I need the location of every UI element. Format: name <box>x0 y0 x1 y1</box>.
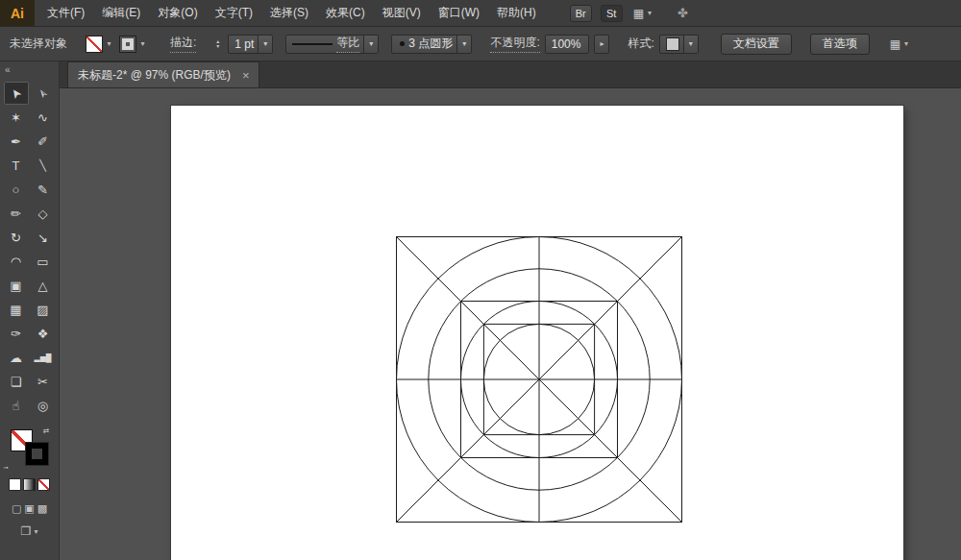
chevron-down-icon[interactable]: ▾ <box>456 36 471 53</box>
chevron-down-icon[interactable]: ▾ <box>104 39 114 48</box>
menu-window[interactable]: 窗口(W) <box>430 0 488 26</box>
fill-color-control[interactable]: ▾ <box>86 36 114 53</box>
stepper-down-icon[interactable]: ▾ <box>212 44 223 49</box>
control-panel-menu[interactable]: ▦ ▾ <box>888 37 910 51</box>
width-profile-combo[interactable]: 等比 ▾ <box>285 35 379 54</box>
chevron-down-icon: ▾ <box>34 527 37 536</box>
document-setup-button[interactable]: 文档设置 <box>721 34 792 55</box>
menu-help[interactable]: 帮助(H) <box>488 0 545 26</box>
artwork[interactable] <box>395 235 683 523</box>
canvas-pasteboard[interactable] <box>60 88 961 560</box>
main-area: « ➤➣✶∿✒✐T╲○✎✏◇↻↘◠▭▣△▦▨✑❖☁▂▅█❏✂☝◎ ⇄ ▫▪ ▢ … <box>0 61 961 560</box>
width-tool[interactable]: ◠ <box>4 250 29 273</box>
width-profile-label[interactable]: 等比 <box>336 35 359 53</box>
mesh-tool-icon: ▦ <box>10 303 21 317</box>
close-icon[interactable]: × <box>242 69 250 82</box>
hand-tool[interactable]: ☝ <box>4 394 29 417</box>
lasso-tool[interactable]: ∿ <box>31 106 56 129</box>
arrange-documents-button[interactable]: ▦ ▾ <box>631 7 653 20</box>
control-bar: 未选择对象 ▾ ▾ 描边: ▴ ▾ 1 pt ▾ 等比 ▾ 3 点圆形 ▾ 不 <box>0 27 961 61</box>
slice-tool[interactable]: ✂ <box>31 370 56 393</box>
type-tool-icon: T <box>12 158 20 173</box>
fill-stroke-indicator[interactable]: ⇄ ▫▪ <box>10 428 50 467</box>
menu-view[interactable]: 视图(V) <box>374 0 430 26</box>
ellipse-tool-icon: ○ <box>12 183 20 197</box>
color-button[interactable] <box>9 478 21 491</box>
opacity-panel-arrow[interactable]: ▸ <box>594 35 609 54</box>
blob-brush-tool[interactable]: ✏ <box>4 202 29 225</box>
menu-object[interactable]: 对象(O) <box>149 0 206 26</box>
document-tab-title: 未标题-2* @ 97% (RGB/预览) <box>78 67 231 84</box>
fill-none-swatch[interactable] <box>86 36 103 53</box>
menu-type[interactable]: 文字(T) <box>207 0 261 26</box>
cs-live-icon[interactable]: ✤ <box>678 6 688 20</box>
menu-select[interactable]: 选择(S) <box>261 0 317 26</box>
swap-fill-stroke-icon[interactable]: ⇄ <box>43 426 50 435</box>
opacity-label[interactable]: 不透明度: <box>490 35 539 53</box>
chevron-down-icon[interactable]: ▾ <box>137 39 148 48</box>
chevron-down-icon[interactable]: ▾ <box>258 36 272 53</box>
chevron-down-icon[interactable]: ▾ <box>683 36 698 53</box>
shape-builder-tool[interactable]: ▣ <box>4 274 29 297</box>
stroke-label[interactable]: 描边: <box>170 35 196 53</box>
document-tab[interactable]: 未标题-2* @ 97% (RGB/预览) × <box>67 61 259 87</box>
stroke-weight-value: 1 pt <box>234 37 254 51</box>
collapse-panel-icon[interactable]: « <box>0 63 15 76</box>
width-tool-icon: ◠ <box>11 255 21 269</box>
ellipse-tool[interactable]: ○ <box>4 178 29 201</box>
type-tool[interactable]: T <box>4 154 29 177</box>
screen-mode-button[interactable]: ❐ ▾ <box>21 524 38 538</box>
menu-effect[interactable]: 效果(C) <box>317 0 374 26</box>
eyedropper-tool[interactable]: ✑ <box>4 322 29 345</box>
column-graph-tool[interactable]: ▂▅█ <box>31 346 56 369</box>
symbol-sprayer-tool[interactable]: ☁ <box>4 346 29 369</box>
bridge-button[interactable]: Br <box>570 5 592 22</box>
opacity-field[interactable]: 100% <box>545 35 590 54</box>
default-fill-stroke-icon[interactable]: ▫▪ <box>4 464 9 471</box>
artboard[interactable] <box>171 106 903 560</box>
gradient-tool[interactable]: ▨ <box>31 298 56 321</box>
selection-tool[interactable]: ➤ <box>4 82 29 105</box>
pen-tool[interactable]: ✒ <box>4 130 29 153</box>
color-mode-row <box>9 478 50 491</box>
pencil-tool[interactable]: ✎ <box>31 178 56 201</box>
shaper-tool[interactable]: ◇ <box>31 202 56 225</box>
stroke-indicator-black[interactable] <box>26 443 48 465</box>
line-segment-tool-icon: ╲ <box>39 159 46 172</box>
artboard-tool[interactable]: ❏ <box>4 370 29 393</box>
draw-inside-button[interactable]: ▩ <box>37 502 47 515</box>
slice-tool-icon: ✂ <box>37 375 48 389</box>
draw-behind-button[interactable]: ▣ <box>24 502 34 515</box>
direct-selection-tool[interactable]: ➣ <box>31 82 56 105</box>
paintbrush-tool-icon: ✐ <box>37 134 48 149</box>
menu-file[interactable]: 文件(F) <box>38 0 93 26</box>
selection-status: 未选择对象 <box>10 36 67 52</box>
scale-tool[interactable]: ↘ <box>31 226 56 249</box>
stock-button[interactable]: St <box>601 5 623 22</box>
none-button[interactable] <box>37 478 50 491</box>
app-logo: Ai <box>0 0 35 26</box>
mesh-tool[interactable]: ▦ <box>4 298 29 321</box>
line-segment-tool[interactable]: ╲ <box>31 154 56 177</box>
stroke-weight-stepper[interactable]: ▴ ▾ <box>212 39 223 49</box>
zoom-tool[interactable]: ◎ <box>31 394 56 417</box>
stroke-weight-combo[interactable]: 1 pt ▾ <box>228 35 273 54</box>
symbol-sprayer-tool-icon: ☁ <box>10 351 22 365</box>
rotate-tool[interactable]: ↻ <box>4 226 29 249</box>
stroke-swatch[interactable] <box>119 36 136 53</box>
gradient-tool-icon: ▨ <box>37 303 48 317</box>
style-combo[interactable]: ▾ <box>659 35 699 54</box>
draw-normal-button[interactable]: ▢ <box>12 502 21 515</box>
brush-definition-combo[interactable]: 3 点圆形 ▾ <box>391 35 472 54</box>
free-transform-tool[interactable]: ▭ <box>31 250 56 273</box>
gradient-button[interactable] <box>23 478 36 491</box>
column-graph-tool-icon: ▂▅█ <box>35 353 52 362</box>
paintbrush-tool[interactable]: ✐ <box>31 130 56 153</box>
stroke-color-control[interactable]: ▾ <box>119 36 148 53</box>
blend-tool[interactable]: ❖ <box>31 322 56 345</box>
chevron-down-icon[interactable]: ▾ <box>363 36 378 53</box>
perspective-grid-tool[interactable]: △ <box>31 274 56 297</box>
menu-edit[interactable]: 编辑(E) <box>93 0 149 26</box>
preferences-button[interactable]: 首选项 <box>810 34 870 55</box>
magic-wand-tool[interactable]: ✶ <box>4 106 29 129</box>
